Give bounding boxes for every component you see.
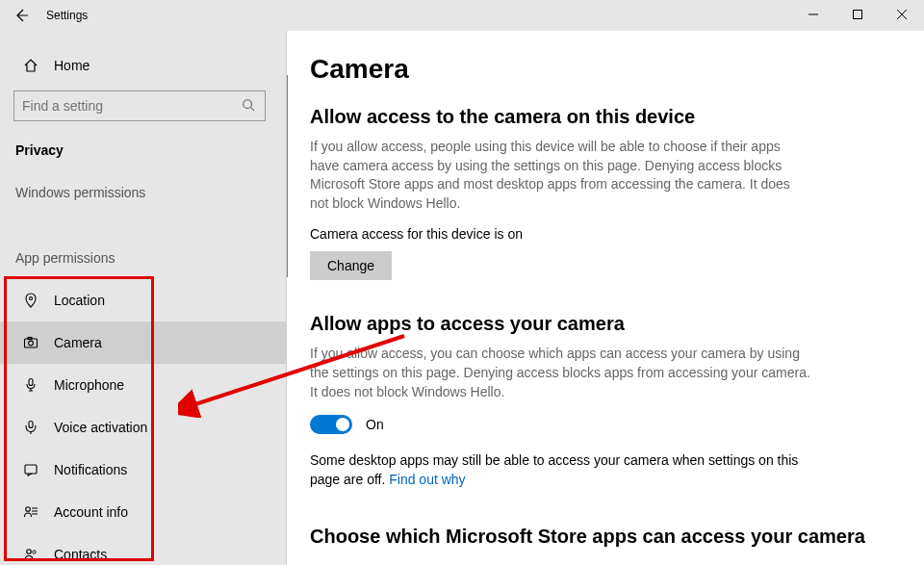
scroll-indicator (287, 75, 288, 277)
voice-activation-icon (21, 420, 40, 435)
svg-rect-10 (29, 379, 33, 386)
sidebar-item-label: Account info (54, 504, 128, 520)
camera-icon (21, 335, 40, 350)
svg-point-6 (30, 297, 33, 300)
contacts-icon (21, 547, 40, 562)
svg-rect-7 (25, 339, 38, 347)
camera-access-status: Camera access for this device is on (310, 226, 891, 242)
location-icon (21, 293, 40, 308)
window-title: Settings (46, 9, 88, 22)
page-title: Camera (310, 54, 891, 85)
content-area: Camera Allow access to the camera on thi… (287, 31, 924, 565)
section1-body: If you allow access, people using this d… (310, 138, 810, 213)
sidebar-item-account-info[interactable]: Account info (0, 491, 286, 533)
svg-point-14 (27, 550, 32, 554)
svg-point-15 (33, 551, 36, 553)
sidebar-item-microphone[interactable]: Microphone (0, 364, 286, 406)
close-button[interactable] (880, 0, 924, 29)
sidebar-item-label: Contacts (54, 547, 107, 562)
sidebar-item-contacts[interactable]: Contacts (0, 533, 286, 565)
search-box[interactable] (13, 90, 266, 121)
svg-rect-12 (25, 465, 37, 474)
search-icon (242, 98, 257, 115)
sidebar: Home Privacy Windows permissions App per… (0, 31, 287, 565)
sidebar-item-voice-activation[interactable]: Voice activation (0, 406, 286, 449)
minimize-button[interactable] (791, 0, 835, 29)
sidebar-section-windows-permissions: Windows permissions (0, 175, 286, 214)
home-icon (21, 58, 40, 73)
sidebar-section-app-permissions: App permissions (0, 241, 286, 279)
sidebar-item-label: Microphone (54, 377, 124, 393)
sidebar-item-camera[interactable]: Camera (0, 321, 286, 364)
sidebar-item-label: Notifications (54, 462, 127, 477)
svg-point-13 (26, 507, 31, 512)
sidebar-item-notifications[interactable]: Notifications (0, 449, 286, 491)
sidebar-home-label: Home (54, 58, 90, 73)
apps-camera-toggle-label: On (366, 417, 384, 432)
section1-heading: Allow access to the camera on this devic… (310, 106, 891, 128)
section2-body: If you allow access, you can choose whic… (310, 345, 810, 401)
microphone-icon (21, 377, 40, 393)
svg-point-8 (29, 341, 34, 346)
sidebar-home[interactable]: Home (0, 48, 286, 83)
maximize-button[interactable] (835, 0, 880, 29)
svg-rect-1 (854, 11, 862, 19)
find-out-why-link[interactable]: Find out why (389, 472, 465, 487)
svg-rect-11 (29, 422, 33, 428)
section3-heading: Choose which Microsoft Store apps can ac… (310, 526, 891, 548)
section2-heading: Allow apps to access your camera (310, 313, 891, 335)
svg-line-5 (251, 107, 255, 111)
sidebar-item-location[interactable]: Location (0, 279, 286, 321)
notifications-icon (21, 462, 40, 477)
back-button[interactable] (0, 0, 42, 31)
account-info-icon (21, 504, 40, 520)
search-input[interactable] (22, 98, 242, 114)
sidebar-category: Privacy (0, 135, 286, 175)
apps-camera-toggle[interactable] (310, 415, 352, 434)
svg-point-4 (244, 99, 252, 108)
sidebar-item-label: Voice activation (54, 420, 147, 435)
change-button[interactable]: Change (310, 251, 392, 280)
section2-note: Some desktop apps may still be able to a… (310, 451, 810, 489)
sidebar-item-label: Camera (54, 335, 102, 350)
sidebar-item-label: Location (54, 293, 105, 308)
